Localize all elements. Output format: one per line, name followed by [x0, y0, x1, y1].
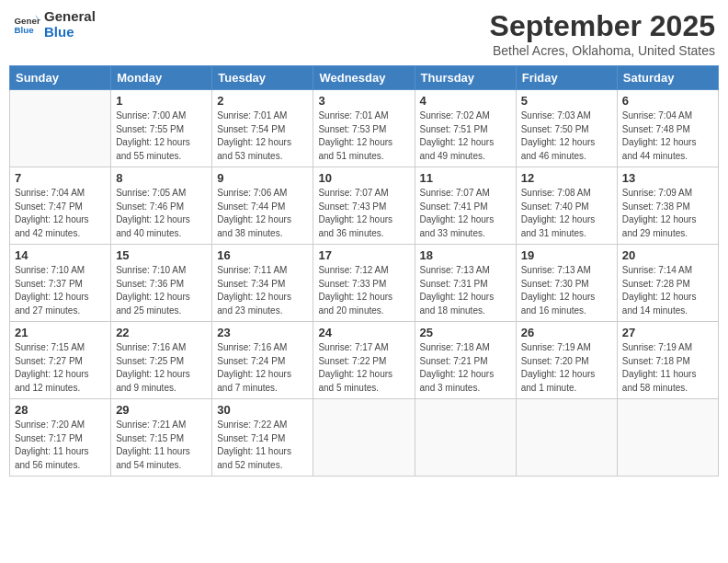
day-info: Sunrise: 7:06 AMSunset: 7:44 PMDaylight:…: [217, 187, 308, 240]
day-number: 15: [116, 248, 207, 262]
day-info: Sunrise: 7:21 AMSunset: 7:15 PMDaylight:…: [116, 419, 207, 472]
calendar-cell: 23Sunrise: 7:16 AMSunset: 7:24 PMDayligh…: [212, 322, 313, 399]
calendar-cell: 5Sunrise: 7:03 AMSunset: 7:50 PMDaylight…: [516, 90, 617, 167]
day-info: Sunrise: 7:07 AMSunset: 7:43 PMDaylight:…: [318, 187, 409, 240]
calendar-cell: 13Sunrise: 7:09 AMSunset: 7:38 PMDayligh…: [617, 167, 718, 245]
calendar-cell: 9Sunrise: 7:06 AMSunset: 7:44 PMDaylight…: [212, 167, 313, 245]
calendar-cell: 17Sunrise: 7:12 AMSunset: 7:33 PMDayligh…: [313, 245, 415, 322]
day-info: Sunrise: 7:16 AMSunset: 7:24 PMDaylight:…: [217, 341, 308, 395]
day-number: 6: [622, 94, 713, 108]
day-number: 24: [318, 326, 409, 339]
calendar-cell: 18Sunrise: 7:13 AMSunset: 7:31 PMDayligh…: [415, 245, 516, 322]
day-info: Sunrise: 7:16 AMSunset: 7:25 PMDaylight:…: [116, 341, 207, 395]
day-info: Sunrise: 7:04 AMSunset: 7:48 PMDaylight:…: [622, 109, 713, 163]
day-number: 12: [521, 171, 612, 185]
calendar-cell: 29Sunrise: 7:21 AMSunset: 7:15 PMDayligh…: [111, 399, 212, 477]
calendar-cell: 26Sunrise: 7:19 AMSunset: 7:20 PMDayligh…: [516, 322, 617, 399]
day-number: 7: [15, 171, 106, 185]
day-number: 10: [318, 171, 409, 185]
logo-icon: General Blue: [13, 11, 40, 39]
calendar-week-row: 28Sunrise: 7:20 AMSunset: 7:17 PMDayligh…: [10, 399, 719, 477]
calendar-cell: 20Sunrise: 7:14 AMSunset: 7:28 PMDayligh…: [617, 245, 718, 322]
calendar-cell: 14Sunrise: 7:10 AMSunset: 7:37 PMDayligh…: [10, 245, 111, 322]
day-info: Sunrise: 7:13 AMSunset: 7:31 PMDaylight:…: [420, 264, 511, 317]
calendar-cell: 30Sunrise: 7:22 AMSunset: 7:14 PMDayligh…: [212, 399, 313, 477]
calendar-table: SundayMondayTuesdayWednesdayThursdayFrid…: [9, 65, 719, 477]
logo-text-line1: General: [44, 9, 96, 25]
day-info: Sunrise: 7:03 AMSunset: 7:50 PMDaylight:…: [521, 109, 612, 163]
calendar-cell: 12Sunrise: 7:08 AMSunset: 7:40 PMDayligh…: [516, 167, 617, 245]
calendar-cell: [10, 90, 111, 167]
calendar-cell: 16Sunrise: 7:11 AMSunset: 7:34 PMDayligh…: [212, 245, 313, 322]
day-number: 18: [420, 248, 511, 262]
calendar-header-row: SundayMondayTuesdayWednesdayThursdayFrid…: [10, 66, 719, 90]
day-info: Sunrise: 7:13 AMSunset: 7:30 PMDaylight:…: [521, 264, 612, 317]
day-number: 5: [521, 94, 612, 108]
day-number: 8: [116, 171, 207, 185]
title-block: September 2025 Bethel Acres, Oklahoma, U…: [490, 9, 715, 58]
day-info: Sunrise: 7:07 AMSunset: 7:41 PMDaylight:…: [420, 187, 511, 240]
month-title: September 2025: [490, 9, 715, 43]
logo-text-line2: Blue: [44, 25, 96, 40]
calendar-cell: 2Sunrise: 7:01 AMSunset: 7:54 PMDaylight…: [212, 90, 313, 167]
day-info: Sunrise: 7:12 AMSunset: 7:33 PMDaylight:…: [318, 264, 409, 317]
calendar-cell: 6Sunrise: 7:04 AMSunset: 7:48 PMDaylight…: [617, 90, 718, 167]
day-of-week-header: Tuesday: [212, 66, 313, 90]
calendar-cell: 19Sunrise: 7:13 AMSunset: 7:30 PMDayligh…: [516, 245, 617, 322]
day-number: 17: [318, 248, 409, 262]
day-number: 11: [420, 171, 511, 185]
calendar-cell: [313, 399, 415, 477]
day-number: 25: [420, 326, 511, 339]
day-info: Sunrise: 7:10 AMSunset: 7:36 PMDaylight:…: [116, 264, 207, 317]
day-of-week-header: Friday: [516, 66, 617, 90]
day-info: Sunrise: 7:19 AMSunset: 7:18 PMDaylight:…: [622, 341, 713, 395]
day-info: Sunrise: 7:15 AMSunset: 7:27 PMDaylight:…: [15, 341, 106, 395]
day-info: Sunrise: 7:11 AMSunset: 7:34 PMDaylight:…: [217, 264, 308, 317]
day-number: 29: [116, 403, 207, 417]
day-number: 20: [622, 248, 713, 262]
calendar-cell: 11Sunrise: 7:07 AMSunset: 7:41 PMDayligh…: [415, 167, 516, 245]
calendar-week-row: 1Sunrise: 7:00 AMSunset: 7:55 PMDaylight…: [10, 90, 719, 167]
calendar-cell: 15Sunrise: 7:10 AMSunset: 7:36 PMDayligh…: [111, 245, 212, 322]
day-number: 23: [217, 326, 308, 339]
day-number: 1: [116, 94, 207, 108]
calendar-cell: 7Sunrise: 7:04 AMSunset: 7:47 PMDaylight…: [10, 167, 111, 245]
calendar-cell: 25Sunrise: 7:18 AMSunset: 7:21 PMDayligh…: [415, 322, 516, 399]
day-info: Sunrise: 7:09 AMSunset: 7:38 PMDaylight:…: [622, 187, 713, 240]
day-number: 27: [622, 326, 713, 339]
day-info: Sunrise: 7:04 AMSunset: 7:47 PMDaylight:…: [15, 187, 106, 240]
calendar-cell: 8Sunrise: 7:05 AMSunset: 7:46 PMDaylight…: [111, 167, 212, 245]
day-number: 26: [521, 326, 612, 339]
day-number: 28: [15, 403, 106, 417]
day-info: Sunrise: 7:20 AMSunset: 7:17 PMDaylight:…: [15, 419, 106, 472]
day-info: Sunrise: 7:22 AMSunset: 7:14 PMDaylight:…: [217, 419, 308, 472]
day-info: Sunrise: 7:19 AMSunset: 7:20 PMDaylight:…: [521, 341, 612, 395]
day-of-week-header: Thursday: [415, 66, 516, 90]
day-info: Sunrise: 7:10 AMSunset: 7:37 PMDaylight:…: [15, 264, 106, 317]
page-header: General Blue General Blue September 2025…: [9, 9, 719, 58]
day-number: 16: [217, 248, 308, 262]
calendar-week-row: 7Sunrise: 7:04 AMSunset: 7:47 PMDaylight…: [10, 167, 719, 245]
day-number: 30: [217, 403, 308, 417]
day-info: Sunrise: 7:00 AMSunset: 7:55 PMDaylight:…: [116, 109, 207, 163]
calendar-cell: 1Sunrise: 7:00 AMSunset: 7:55 PMDaylight…: [111, 90, 212, 167]
day-info: Sunrise: 7:17 AMSunset: 7:22 PMDaylight:…: [318, 341, 409, 395]
day-of-week-header: Saturday: [617, 66, 718, 90]
location-title: Bethel Acres, Oklahoma, United States: [490, 43, 715, 58]
day-info: Sunrise: 7:02 AMSunset: 7:51 PMDaylight:…: [420, 109, 511, 163]
calendar-cell: [415, 399, 516, 477]
day-info: Sunrise: 7:01 AMSunset: 7:53 PMDaylight:…: [318, 109, 409, 163]
logo: General Blue General Blue: [13, 9, 96, 40]
calendar-week-row: 21Sunrise: 7:15 AMSunset: 7:27 PMDayligh…: [10, 322, 719, 399]
day-info: Sunrise: 7:14 AMSunset: 7:28 PMDaylight:…: [622, 264, 713, 317]
calendar-cell: 3Sunrise: 7:01 AMSunset: 7:53 PMDaylight…: [313, 90, 415, 167]
calendar-cell: [617, 399, 718, 477]
svg-text:Blue: Blue: [15, 25, 35, 35]
day-of-week-header: Monday: [111, 66, 212, 90]
calendar-cell: 28Sunrise: 7:20 AMSunset: 7:17 PMDayligh…: [10, 399, 111, 477]
day-number: 9: [217, 171, 308, 185]
calendar-cell: 24Sunrise: 7:17 AMSunset: 7:22 PMDayligh…: [313, 322, 415, 399]
day-number: 21: [15, 326, 106, 339]
day-info: Sunrise: 7:05 AMSunset: 7:46 PMDaylight:…: [116, 187, 207, 240]
day-number: 14: [15, 248, 106, 262]
